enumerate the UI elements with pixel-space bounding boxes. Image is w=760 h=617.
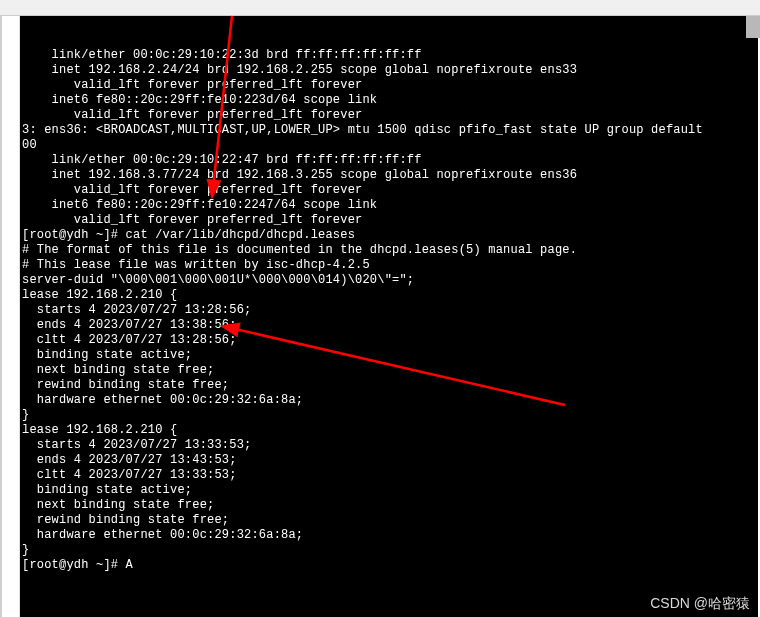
terminal-line: binding state active; [22,348,752,363]
terminal-line: link/ether 00:0c:29:10:22:3d brd ff:ff:f… [22,48,752,63]
left-gutter [2,16,20,617]
terminal-line: # The format of this file is documented … [22,243,752,258]
terminal-line: hardware ethernet 00:0c:29:32:6a:8a; [22,393,752,408]
app-toolbar [0,0,760,16]
terminal-line: inet 192.168.3.77/24 brd 192.168.3.255 s… [22,168,752,183]
scrollbar-thumb[interactable] [746,16,760,38]
terminal-line: valid_lft forever preferred_lft forever [22,183,752,198]
terminal-line: server-duid "\000\001\000\001U*\000\000\… [22,273,752,288]
terminal-line: lease 192.168.2.210 { [22,288,752,303]
terminal-line: rewind binding state free; [22,513,752,528]
terminal-line: starts 4 2023/07/27 13:28:56; [22,303,752,318]
terminal-line: next binding state free; [22,363,752,378]
terminal-line: binding state active; [22,483,752,498]
terminal-line: valid_lft forever preferred_lft forever [22,78,752,93]
window-frame: link/ether 00:0c:29:10:22:3d brd ff:ff:f… [0,16,760,617]
terminal-line: ends 4 2023/07/27 13:38:56; [22,318,752,333]
terminal-line: inet6 fe80::20c:29ff:fe10:223d/64 scope … [22,93,752,108]
terminal-line: cltt 4 2023/07/27 13:33:53; [22,468,752,483]
terminal-line: lease 192.168.2.210 { [22,423,752,438]
terminal-line: 3: ens36: <BROADCAST,MULTICAST,UP,LOWER_… [22,123,752,138]
terminal-line: } [22,408,752,423]
terminal-line: inet 192.168.2.24/24 brd 192.168.2.255 s… [22,63,752,78]
terminal-line: [root@ydh ~]# cat /var/lib/dhcpd/dhcpd.l… [22,228,752,243]
terminal-line: rewind binding state free; [22,378,752,393]
terminal-line: } [22,543,752,558]
terminal-line: starts 4 2023/07/27 13:33:53; [22,438,752,453]
terminal-output[interactable]: link/ether 00:0c:29:10:22:3d brd ff:ff:f… [20,16,758,617]
terminal-line: valid_lft forever preferred_lft forever [22,108,752,123]
terminal-line: # This lease file was written by isc-dhc… [22,258,752,273]
terminal-line: link/ether 00:0c:29:10:22:47 brd ff:ff:f… [22,153,752,168]
terminal-line: [root@ydh ~]# A [22,558,752,573]
terminal-line: hardware ethernet 00:0c:29:32:6a:8a; [22,528,752,543]
terminal-line: ends 4 2023/07/27 13:43:53; [22,453,752,468]
terminal-line: 00 [22,138,752,153]
terminal-line: valid_lft forever preferred_lft forever [22,213,752,228]
terminal-line: inet6 fe80::20c:29ff:fe10:2247/64 scope … [22,198,752,213]
terminal-line: cltt 4 2023/07/27 13:28:56; [22,333,752,348]
terminal-line: next binding state free; [22,498,752,513]
